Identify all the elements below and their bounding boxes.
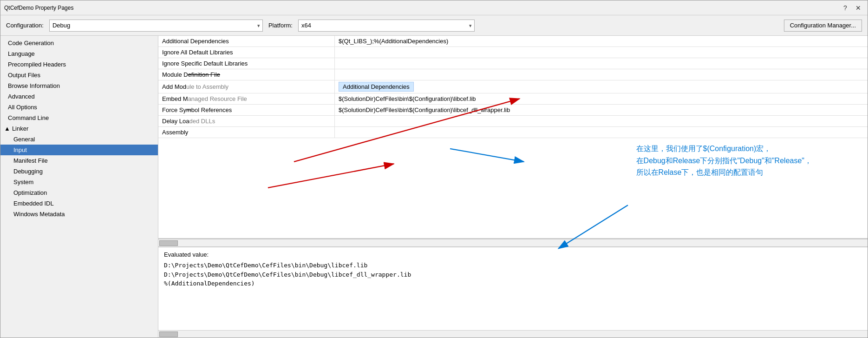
sidebar: Code Generation Language Precompiled Hea… — [0, 36, 158, 338]
prop-name-add-module: Add Module to Assembly — [158, 80, 335, 93]
prop-name-assembly: Assembly — [158, 127, 335, 138]
prop-value-delay-load[interactable] — [335, 116, 868, 126]
eval-line-2: D:\Projects\Demo\QtCefDemo\CefFiles\bin\… — [164, 270, 862, 279]
sidebar-item-advanced[interactable]: Advanced — [0, 91, 158, 102]
sidebar-item-input[interactable]: Input — [0, 145, 158, 155]
prop-value-module-def[interactable] — [335, 69, 868, 80]
triangle-icon: ▲ — [4, 125, 10, 132]
help-button[interactable]: ? — [840, 3, 851, 13]
table-row: Delay Loaded DLLs — [158, 116, 868, 127]
scrollbar-thumb-bottom[interactable] — [159, 331, 178, 337]
table-row: Add Module to Assembly Additional Depend… — [158, 80, 868, 93]
evaluated-section: Evaluated value: D:\Projects\Demo\QtCefD… — [158, 246, 868, 330]
sidebar-item-output-files[interactable]: Output Files — [0, 70, 158, 80]
main-content: Code Generation Language Precompiled Hea… — [0, 36, 868, 338]
table-row: Ignore Specific Default Libraries — [158, 58, 868, 69]
eval-line-1: D:\Projects\Demo\QtCefDemo\CefFiles\bin\… — [164, 261, 862, 270]
sidebar-item-language[interactable]: Language — [0, 48, 158, 59]
prop-value-force-sym[interactable]: $(SolutionDir)CefFiles\bin\$(Configurati… — [335, 105, 868, 115]
table-row: Module Definition File — [158, 69, 868, 80]
prop-name-ignore-specific: Ignore Specific Default Libraries — [158, 58, 335, 69]
h-scrollbar-bottom[interactable] — [158, 330, 868, 338]
sidebar-item-optimization[interactable]: Optimization — [0, 187, 158, 198]
eval-line-3: %(AdditionalDependencies) — [164, 279, 862, 288]
prop-value-ignore-all[interactable] — [335, 47, 868, 58]
prop-value-additional-dependencies[interactable]: $(Qt_LIBS_);%(AdditionalDependencies) — [335, 36, 868, 46]
scrollbar-thumb[interactable] — [159, 240, 178, 246]
toolbar: Configuration: Debug Release All Configu… — [0, 15, 868, 36]
properties-table: Additional Dependencies $(Qt_LIBS_);%(Ad… — [158, 36, 868, 239]
content-wrapper: Additional Dependencies $(Qt_LIBS_);%(Ad… — [158, 36, 868, 338]
sidebar-item-debugging[interactable]: Debugging — [0, 166, 158, 177]
platform-select[interactable]: x64 Win32 — [298, 20, 475, 32]
table-row: Assembly — [158, 127, 868, 138]
platform-select-wrapper: x64 Win32 — [298, 20, 475, 32]
prop-value-embed[interactable]: $(SolutionDir)CefFiles\bin\$(Configurati… — [335, 93, 868, 104]
evaluated-label: Evaluated value: — [164, 251, 862, 258]
close-button[interactable]: ✕ — [853, 3, 864, 13]
config-select[interactable]: Debug Release All Configurations — [49, 20, 263, 32]
platform-label: Platform: — [268, 22, 293, 29]
config-select-wrapper: Debug Release All Configurations — [49, 20, 263, 32]
sidebar-group-linker[interactable]: ▲ Linker — [0, 123, 158, 134]
sidebar-item-embedded-idl[interactable]: Embedded IDL — [0, 198, 158, 209]
prop-name-force-sym: Force Symbol References — [158, 105, 335, 115]
table-row: Additional Dependencies $(Qt_LIBS_);%(Ad… — [158, 36, 868, 47]
table-row: Ignore All Default Libraries — [158, 47, 868, 58]
table-row: Embed Managed Resource File $(SolutionDi… — [158, 93, 868, 105]
sidebar-item-manifest-file[interactable]: Manifest File — [0, 155, 158, 166]
prop-value-add-module[interactable]: Additional Dependencies — [335, 80, 868, 93]
prop-name-module-def: Module Definition File — [158, 69, 335, 80]
prop-value-ignore-specific[interactable] — [335, 58, 868, 69]
window-title: QtCefDemo Property Pages — [4, 5, 73, 11]
h-scrollbar-top[interactable] — [158, 239, 868, 246]
sidebar-item-precompiled-headers[interactable]: Precompiled Headers — [0, 59, 158, 70]
prop-name-delay-load: Delay Loaded DLLs — [158, 116, 335, 126]
content-area: Additional Dependencies $(Qt_LIBS_);%(Ad… — [158, 36, 868, 338]
prop-name-ignore-all: Ignore All Default Libraries — [158, 47, 335, 58]
prop-name-embed: Embed Managed Resource File — [158, 93, 335, 104]
title-bar-buttons: ? ✕ — [840, 3, 864, 13]
sidebar-item-command-line[interactable]: Command Line — [0, 113, 158, 123]
config-manager-button[interactable]: Configuration Manager... — [784, 20, 862, 32]
sidebar-group-linker-label: Linker — [12, 125, 28, 132]
prop-name-additional-dependencies: Additional Dependencies — [158, 36, 335, 46]
title-bar: QtCefDemo Property Pages ? ✕ — [0, 0, 868, 15]
sidebar-item-windows-metadata[interactable]: Windows Metadata — [0, 209, 158, 219]
main-window: QtCefDemo Property Pages ? ✕ Configurati… — [0, 0, 868, 338]
prop-value-assembly[interactable] — [335, 127, 868, 138]
sidebar-item-system[interactable]: System — [0, 177, 158, 187]
sidebar-item-all-options[interactable]: All Options — [0, 102, 158, 113]
sidebar-item-browse-information[interactable]: Browse Information — [0, 80, 158, 91]
table-row: Force Symbol References $(SolutionDir)Ce… — [158, 105, 868, 116]
evaluated-value: D:\Projects\Demo\QtCefDemo\CefFiles\bin\… — [164, 261, 862, 288]
sidebar-item-general[interactable]: General — [0, 134, 158, 145]
config-label: Configuration: — [6, 22, 44, 29]
sidebar-item-code-generation[interactable]: Code Generation — [0, 38, 158, 48]
